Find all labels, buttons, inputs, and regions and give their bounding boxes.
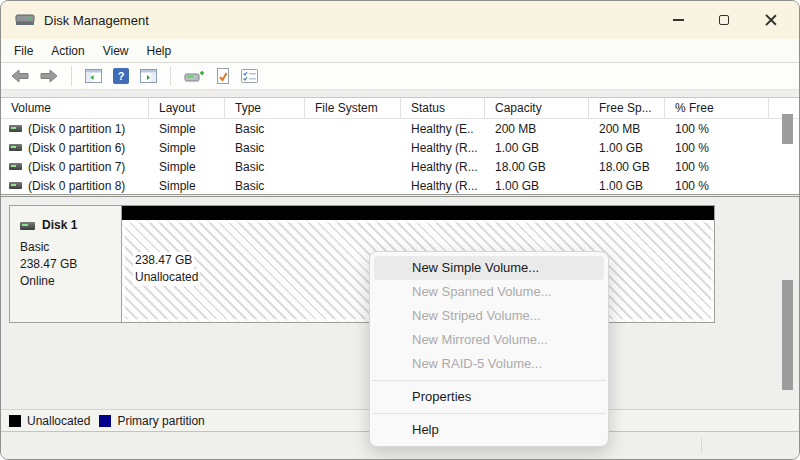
toolbar: ?: [1, 62, 799, 90]
cell-free-space: 18.00 GB: [589, 160, 665, 174]
menu-separator: [372, 413, 606, 414]
volume-list-header: Volume Layout Type File System Status Ca…: [1, 98, 799, 119]
cell-percent-free: 100 %: [665, 141, 769, 155]
unallocated-color-band: [122, 206, 714, 220]
unallocated-swatch: [9, 415, 21, 427]
menu-file[interactable]: File: [5, 42, 42, 60]
cell-status: Healthy (R...: [401, 160, 485, 174]
cell-layout: Simple: [149, 179, 225, 193]
menu-item-new-striped-volume: New Striped Volume...: [370, 304, 608, 328]
volume-list-scrollbar[interactable]: [779, 98, 796, 195]
minimize-button[interactable]: [655, 1, 701, 39]
column-header-layout[interactable]: Layout: [149, 98, 225, 118]
status-bar-divider: [701, 438, 702, 454]
minimize-icon: [673, 19, 684, 21]
cell-capacity: 18.00 GB: [485, 160, 589, 174]
cell-type: Basic: [225, 122, 305, 136]
legend-label: Primary partition: [117, 414, 204, 428]
column-header-capacity[interactable]: Capacity: [485, 98, 589, 118]
cell-capacity: 200 MB: [485, 122, 589, 136]
column-header-file-system[interactable]: File System: [305, 98, 401, 118]
region-label: Unallocated: [133, 269, 200, 286]
disk-rescan-icon[interactable]: [182, 67, 207, 86]
disk-status: Online: [20, 273, 121, 290]
volume-name: (Disk 0 partition 6): [28, 141, 125, 155]
disk-icon: [20, 222, 35, 230]
volume-icon: [9, 182, 22, 189]
menu-help[interactable]: Help: [138, 42, 181, 60]
menu-action[interactable]: Action: [42, 42, 93, 60]
menu-item-new-mirrored-volume: New Mirrored Volume...: [370, 328, 608, 352]
menu-item-help[interactable]: Help: [370, 418, 608, 442]
volume-list: Volume Layout Type File System Status Ca…: [1, 97, 799, 195]
cell-status: Healthy (R...: [401, 141, 485, 155]
cell-layout: Simple: [149, 122, 225, 136]
cell-free-space: 1.00 GB: [589, 179, 665, 193]
svg-text:?: ?: [118, 70, 125, 82]
close-icon: [764, 14, 776, 26]
cell-type: Basic: [225, 179, 305, 193]
scrollbar-thumb[interactable]: [782, 280, 793, 390]
menu-separator: [372, 380, 606, 381]
disk-capacity: 238.47 GB: [20, 256, 121, 273]
cell-layout: Simple: [149, 160, 225, 174]
volume-icon: [9, 163, 22, 170]
maximize-button[interactable]: [701, 1, 747, 39]
column-header-status[interactable]: Status: [401, 98, 485, 118]
legend-item-primary-partition: Primary partition: [99, 414, 204, 428]
toolbar-separator: [170, 66, 171, 86]
menu-bar: File Action View Help: [1, 39, 799, 62]
cell-free-space: 1.00 GB: [589, 141, 665, 155]
column-header-volume[interactable]: Volume: [1, 98, 149, 118]
column-header-free-space[interactable]: Free Sp...: [589, 98, 665, 118]
disk-1-label-panel[interactable]: Disk 1 Basic 238.47 GB Online: [9, 205, 122, 323]
context-menu: New Simple Volume... New Spanned Volume.…: [369, 251, 609, 447]
column-header-percent-free[interactable]: % Free: [665, 98, 769, 118]
maximize-icon: [719, 15, 729, 25]
console-tree-icon[interactable]: [83, 67, 104, 85]
cell-percent-free: 100 %: [665, 160, 769, 174]
cell-status: Healthy (R...: [401, 179, 485, 193]
disk-management-window: Disk Management File Action View Help ?: [0, 0, 800, 460]
disk-name: Disk 1: [42, 217, 77, 234]
cell-percent-free: 100 %: [665, 179, 769, 193]
menu-item-new-spanned-volume: New Spanned Volume...: [370, 280, 608, 304]
checklist-icon[interactable]: [239, 67, 260, 85]
table-row[interactable]: (Disk 0 partition 7) Simple Basic Health…: [1, 157, 799, 176]
back-icon[interactable]: [9, 67, 31, 85]
region-info: 238.47 GB Unallocated: [133, 252, 200, 286]
scrollbar-thumb[interactable]: [782, 114, 793, 144]
cell-status: Healthy (E..: [401, 122, 485, 136]
title-bar: Disk Management: [1, 1, 799, 39]
table-row[interactable]: (Disk 0 partition 6) Simple Basic Health…: [1, 138, 799, 157]
column-header-type[interactable]: Type: [225, 98, 305, 118]
check-document-icon[interactable]: [214, 66, 232, 86]
cell-type: Basic: [225, 160, 305, 174]
close-button[interactable]: [747, 1, 793, 39]
app-disk-icon: [15, 12, 35, 28]
toolbar-separator: [71, 66, 72, 86]
help-icon[interactable]: ?: [111, 66, 131, 86]
menu-item-new-simple-volume[interactable]: New Simple Volume...: [374, 256, 604, 280]
action-pane-icon[interactable]: [138, 67, 159, 85]
cell-free-space: 200 MB: [589, 122, 665, 136]
volume-icon: [9, 144, 22, 151]
menu-item-properties[interactable]: Properties: [370, 385, 608, 409]
disk-1-row: Disk 1 Basic 238.47 GB Online 238.47 GB …: [9, 205, 715, 323]
volume-name: (Disk 0 partition 1): [28, 122, 125, 136]
graphical-pane-scrollbar[interactable]: [779, 198, 796, 408]
primary-partition-swatch: [99, 415, 111, 427]
window-title: Disk Management: [44, 13, 149, 28]
table-row[interactable]: (Disk 0 partition 1) Simple Basic Health…: [1, 119, 799, 138]
forward-icon[interactable]: [38, 67, 60, 85]
cell-percent-free: 100 %: [665, 122, 769, 136]
menu-view[interactable]: View: [94, 42, 138, 60]
menu-item-new-raid5-volume: New RAID-5 Volume...: [370, 352, 608, 376]
cell-layout: Simple: [149, 141, 225, 155]
table-row[interactable]: (Disk 0 partition 8) Simple Basic Health…: [1, 176, 799, 195]
disk-type: Basic: [20, 239, 121, 256]
cell-capacity: 1.00 GB: [485, 179, 589, 193]
volume-name: (Disk 0 partition 8): [28, 179, 125, 193]
legend-item-unallocated: Unallocated: [9, 414, 90, 428]
window-controls: [655, 1, 793, 39]
